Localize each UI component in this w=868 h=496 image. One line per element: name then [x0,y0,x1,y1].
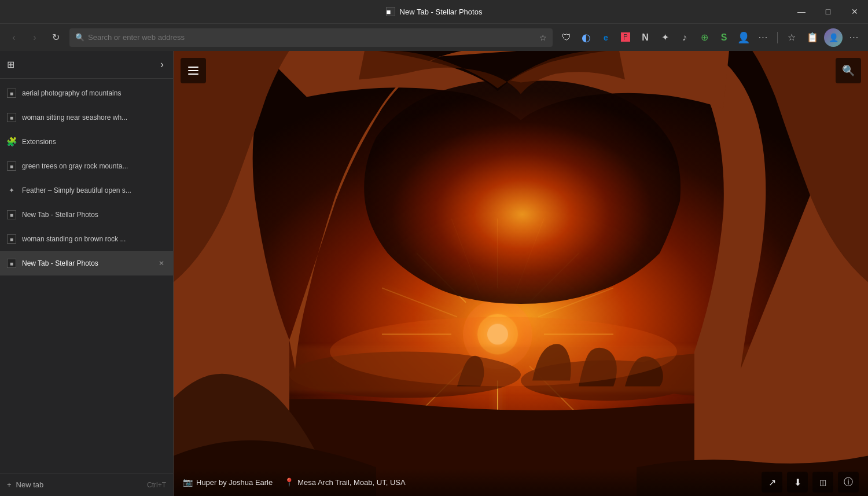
tab-favicon-title: ■ [386,7,395,16]
tab-title: woman standing on brown rock ... [22,235,156,243]
title-bar: ■ New Tab - Stellar Photos — □ ✕ [0,0,868,23]
photographer-credit: Huper by Joshua Earle [196,478,273,487]
pocket-icon[interactable]: 🅿 [616,28,635,47]
tab-favicon: 🧩 [7,137,16,146]
menu-line [188,70,198,71]
tab-favicon: ■ [7,210,16,219]
tab-sidebar: ⊞ › ■ aerial photography of mountains ✕ … [0,51,174,496]
moon-icon[interactable]: ◐ [577,28,595,47]
address-input[interactable] [88,33,539,42]
tab-title: aerial photography of mountains [22,89,156,97]
download-icon: ⬇ [794,477,801,488]
new-tab-label: New tab [16,480,44,489]
more-dots-icon[interactable]: ··· [754,28,773,47]
tab-item[interactable]: ■ New Tab - Stellar Photos ✕ [0,203,173,227]
s-icon[interactable]: S [715,28,733,47]
tab-list: ■ aerial photography of mountains ✕ ■ wo… [0,79,173,473]
address-bar[interactable]: 🔍 ☆ [69,28,553,47]
forward-button[interactable]: › [25,28,44,47]
menu-line [188,67,198,68]
toolbar-separator [777,32,778,43]
search-icon: 🔍 [842,64,855,77]
tab-favicon: ■ [7,259,16,268]
favorites-icon[interactable]: ☆ [782,28,801,47]
sidebar-grid-icon[interactable]: ⊞ [7,59,14,70]
edge-icon[interactable]: e [597,28,615,47]
main-area: ⊞ › ■ aerial photography of mountains ✕ … [0,51,868,496]
tab-item-active[interactable]: ■ New Tab - Stellar Photos ✕ [0,251,173,275]
tab-title-active: New Tab - Stellar Photos [22,259,156,267]
tab-close-button[interactable]: ✕ [156,258,167,269]
photo-info-bar: 📷 Huper by Joshua Earle 📍 Mesa Arch Trai… [174,468,868,496]
title-bar-text: New Tab - Stellar Photos [400,8,483,16]
notion-icon[interactable]: N [636,28,654,47]
browser-more-icon[interactable]: ··· [845,28,863,47]
content-area: 🔍 📷 Huper by Joshua Earle 📍 Mesa Arch Tr… [174,51,868,496]
search-button[interactable]: 🔍 [836,58,861,83]
bookmark-star-icon[interactable]: ☆ [539,33,547,42]
tab-item[interactable]: ■ green trees on gray rock mounta... ✕ [0,154,173,178]
user-circle-icon[interactable]: 👤 [734,28,753,47]
figma-icon[interactable]: ✦ [656,28,674,47]
profile-avatar[interactable]: 👤 [824,28,843,47]
external-link-button[interactable]: ↗ [762,472,782,493]
external-link-icon: ↗ [768,477,776,488]
tab-title: Feather – Simply beautiful open s... [22,186,156,194]
tab-item[interactable]: ✦ Feather – Simply beautiful open s... ✕ [0,178,173,203]
tab-item[interactable]: ■ woman standing on brown rock ... ✕ [0,227,173,251]
download-button[interactable]: ⬇ [787,472,808,493]
maximize-button[interactable]: □ [815,0,841,23]
music-icon[interactable]: ♪ [675,28,694,47]
dropbox-icon: ◫ [819,478,826,487]
browser-toolbar: ‹ › ↻ 🔍 ☆ 🛡 ◐ e 🅿 N ✦ ♪ ⊕ S 👤 ··· ☆ 📋 👤 … [0,23,868,51]
photo-location: 📍 Mesa Arch Trail, Moab, UT, USA [284,477,405,487]
sidebar-close-button[interactable]: › [158,56,166,73]
menu-line [188,74,198,75]
tab-item[interactable]: ■ aerial photography of mountains ✕ [0,81,173,105]
new-tab-shortcut: Ctrl+T [147,481,166,489]
tab-favicon: ✦ [7,186,16,195]
back-button[interactable]: ‹ [5,28,23,47]
tab-item[interactable]: ■ woman sitting near seashore wh... ✕ [0,105,173,130]
refresh-button[interactable]: ↻ [46,28,65,47]
collections-icon[interactable]: 📋 [803,28,822,47]
new-tab-plus-icon: + [7,480,12,489]
tab-favicon: ■ [7,234,16,244]
title-bar-controls: — □ ✕ [788,0,868,23]
tab-favicon: ■ [7,113,16,122]
tab-title: green trees on gray rock mounta... [22,162,156,170]
tab-title: woman sitting near seashore wh... [22,113,156,122]
location-pin-icon: 📍 [284,477,294,487]
tab-favicon: ■ [7,89,16,98]
info-button[interactable]: ⓘ [838,472,859,493]
camera-icon: 📷 [183,477,193,487]
tab-item[interactable]: 🧩 Extensions ✕ [0,130,173,154]
hamburger-icon [188,67,198,75]
toolbar-extension-icons: 🛡 ◐ e 🅿 N ✦ ♪ ⊕ S 👤 ··· [557,28,773,47]
tab-title: New Tab - Stellar Photos [22,211,156,219]
background-photo [174,51,868,496]
title-bar-title: ■ New Tab - Stellar Photos [386,7,483,16]
photo-credit: 📷 Huper by Joshua Earle [183,477,273,487]
new-tab-button[interactable]: + New tab Ctrl+T [0,473,173,496]
sidebar-header: ⊞ › [0,51,173,79]
location-text: Mesa Arch Trail, Moab, UT, USA [297,478,405,487]
menu-button[interactable] [181,58,206,83]
shield-icon[interactable]: 🛡 [557,28,576,47]
info-icon: ⓘ [844,476,853,488]
minimize-button[interactable]: — [788,0,815,23]
close-button[interactable]: ✕ [841,0,868,23]
save-to-dropbox-button[interactable]: ◫ [812,472,833,493]
svg-point-20 [330,317,677,387]
bottom-action-buttons: ↗ ⬇ ◫ ⓘ [762,472,859,493]
tab-favicon: ■ [7,161,16,171]
address-search-icon: 🔍 [75,33,84,42]
tab-title: Extensions [22,138,156,146]
circle-icon[interactable]: ⊕ [695,28,713,47]
